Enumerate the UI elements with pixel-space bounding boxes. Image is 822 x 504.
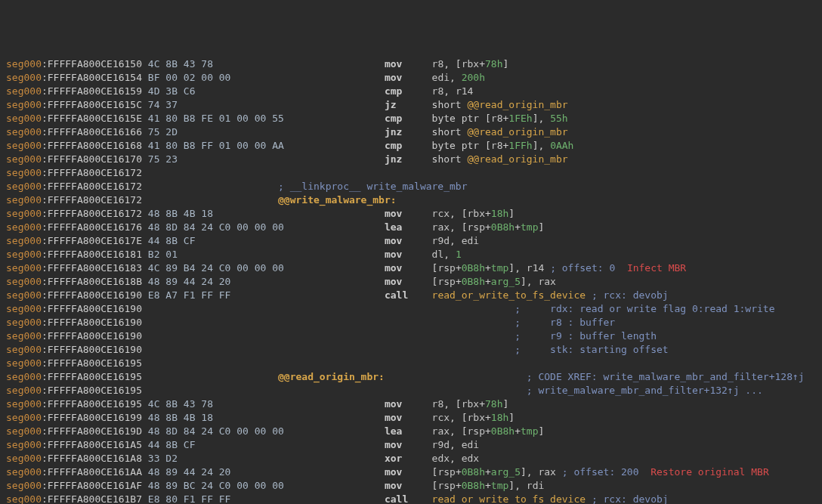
operands: rcx, [rbx+18h] [432,208,515,219]
disasm-line[interactable]: seg000:FFFFFA800CE16183 4C 89 B4 24 C0 0… [6,261,816,275]
mnemonic: lea [385,425,402,437]
code-label[interactable]: @@write_malware_mbr: [278,194,397,206]
code-label[interactable]: @@read_origin_mbr: [278,371,385,382]
disasm-line[interactable]: seg000:FFFFFA800CE1618B 48 89 44 24 20 m… [6,275,816,289]
disasm-line[interactable]: seg000:FFFFFA800CE16181 B2 01 mov dl, 1 [6,248,816,261]
disasm-line[interactable]: seg000:FFFFFA800CE161AF 48 89 BC 24 C0 0… [6,479,816,493]
address-offset: FFFFFA800CE16172 [48,208,142,219]
segment-name: seg000 [6,398,42,410]
tail-comment: ; rdx: read or write flag 0:read 1:write [515,303,774,314]
segment-name: seg000 [6,466,42,478]
mnemonic: mov [385,480,402,491]
segment-name: seg000 [6,167,42,178]
address-offset: FFFFFA800CE16176 [48,221,142,233]
tail-comment: ; stk: starting offset [515,344,669,355]
address-offset: FFFFFA800CE16170 [48,153,142,165]
disasm-line[interactable]: seg000:FFFFFA800CE16190 E8 A7 F1 FF FF c… [6,289,816,302]
address-offset: FFFFFA800CE1615E [48,113,142,124]
segment-name: seg000 [6,412,42,423]
address-offset: FFFFFA800CE1618B [48,276,142,287]
operands: rcx, [rbx+18h] [432,412,515,423]
segment-name: seg000 [6,493,42,504]
disasm-line[interactable]: seg000:FFFFFA800CE161AA 48 89 44 24 20 m… [6,465,816,479]
hex-bytes: 44 8B CF [148,235,196,246]
mnemonic: jnz [385,153,402,165]
disasm-line[interactable]: seg000:FFFFFA800CE16172 ; __linkproc__ w… [6,180,816,193]
operands: read_or_write_to_fs_device [432,493,586,504]
hex-bytes: 4C 8B 43 78 [148,398,213,410]
hex-bytes: 41 80 B8 FE 01 00 00 55 [148,113,284,124]
hex-bytes: 48 8B 4B 18 [148,412,213,423]
disasm-line[interactable]: seg000:FFFFFA800CE16190 ; r8 : buffer [6,316,816,329]
disasm-line[interactable]: seg000:FFFFFA800CE16190 ; stk: starting … [6,343,816,357]
mnemonic: xor [385,453,402,464]
address-offset: FFFFFA800CE161A5 [48,439,142,450]
operands: r9d, edi [432,235,480,246]
disasm-line[interactable]: seg000:FFFFFA800CE16172 [6,166,816,180]
operands: r8, [rbx+78h] [432,58,509,70]
disasm-line[interactable]: seg000:FFFFFA800CE161B7 E8 80 F1 FF FF c… [6,493,816,504]
operands: byte ptr [r8+1FFh], 0AAh [432,140,574,151]
disasm-line[interactable]: seg000:FFFFFA800CE16154 BF 00 02 00 00 m… [6,71,816,85]
mnemonic: jz [385,99,397,110]
annotation: Restore original MBR [650,466,769,478]
mnemonic: lea [385,221,402,233]
disasm-line[interactable]: seg000:FFFFFA800CE16195 ; write_malware_… [6,384,816,397]
segment-name: seg000 [6,221,42,233]
operands: [rsp+0B8h+tmp], rdi [432,480,545,491]
segment-name: seg000 [6,58,42,70]
address-offset: FFFFFA800CE16168 [48,140,142,151]
segment-name: seg000 [6,289,42,301]
disasm-line[interactable]: seg000:FFFFFA800CE16195 @@read_origin_mb… [6,370,816,384]
disasm-line[interactable]: seg000:FFFFFA800CE16195 [6,357,816,370]
disasm-line[interactable]: seg000:FFFFFA800CE161A8 33 D2 xor edx, e… [6,452,816,465]
disasm-line[interactable]: seg000:FFFFFA800CE16176 48 8D 84 24 C0 0… [6,221,816,234]
disasm-line[interactable]: seg000:FFFFFA800CE161A5 44 8B CF mov r9d… [6,438,816,452]
disasm-line[interactable]: seg000:FFFFFA800CE16190 ; r9 : buffer le… [6,329,816,343]
disassembly-listing: seg000:FFFFFA800CE16150 4C 8B 43 78 mov … [6,57,816,504]
segment-name: seg000 [6,262,42,274]
segment-name: seg000 [6,181,42,192]
hex-bytes: 4D 3B C6 [148,85,196,97]
disasm-line[interactable]: seg000:FFFFFA800CE16172 @@write_malware_… [6,193,816,207]
address-offset: FFFFFA800CE16195 [48,357,142,369]
mnemonic: mov [385,58,402,70]
address-offset: FFFFFA800CE161AF [48,480,142,491]
segment-name: seg000 [6,303,42,314]
hex-bytes: 74 37 [148,99,178,110]
tail-comment: ; r9 : buffer length [515,330,657,342]
hex-bytes: 4C 89 B4 24 C0 00 00 00 [148,262,284,274]
operands: read_or_write_to_fs_device [432,289,586,301]
disasm-line[interactable]: seg000:FFFFFA800CE16190 ; rdx: read or w… [6,302,816,316]
disasm-line[interactable]: seg000:FFFFFA800CE16195 4C 8B 43 78 mov … [6,397,816,411]
segment-name: seg000 [6,439,42,450]
operands: rax, [rsp+0B8h+tmp] [432,221,545,233]
mnemonic: mov [385,412,402,423]
disasm-line[interactable]: seg000:FFFFFA800CE16172 48 8B 4B 18 mov … [6,207,816,221]
hex-bytes: 44 8B CF [148,439,196,450]
disasm-line[interactable]: seg000:FFFFFA800CE16199 48 8B 4B 18 mov … [6,411,816,425]
operands: edi, 200h [432,72,485,83]
disasm-line[interactable]: seg000:FFFFFA800CE16168 41 80 B8 FF 01 0… [6,139,816,153]
disasm-line[interactable]: seg000:FFFFFA800CE1615E 41 80 B8 FE 01 0… [6,112,816,125]
disasm-line[interactable]: seg000:FFFFFA800CE16150 4C 8B 43 78 mov … [6,57,816,71]
address-offset: FFFFFA800CE16172 [48,181,142,192]
address-offset: FFFFFA800CE16166 [48,126,142,138]
hex-bytes: 41 80 B8 FF 01 00 00 AA [148,140,284,151]
disasm-line[interactable]: seg000:FFFFFA800CE1619D 48 8D 84 24 C0 0… [6,425,816,438]
operands: byte ptr [r8+1FEh], 55h [432,113,568,124]
disasm-line[interactable]: seg000:FFFFFA800CE16166 75 2D jnz short … [6,125,816,139]
disasm-line[interactable]: seg000:FFFFFA800CE1615C 74 37 jz short @… [6,98,816,112]
segment-name: seg000 [6,330,42,342]
address-offset: FFFFFA800CE16172 [48,194,142,206]
segment-name: seg000 [6,85,42,97]
segment-name: seg000 [6,317,42,328]
disasm-line[interactable]: seg000:FFFFFA800CE16159 4D 3B C6 cmp r8,… [6,85,816,98]
disasm-line[interactable]: seg000:FFFFFA800CE1617E 44 8B CF mov r9d… [6,234,816,248]
mnemonic: mov [385,208,402,219]
address-offset: FFFFFA800CE16150 [48,58,142,70]
operands: r8, [rbx+78h] [432,398,509,410]
inline-comment: ; rcx: devobj [592,289,669,301]
operands: [rsp+0B8h+arg_5], rax [432,276,556,287]
disasm-line[interactable]: seg000:FFFFFA800CE16170 75 23 jnz short … [6,153,816,166]
